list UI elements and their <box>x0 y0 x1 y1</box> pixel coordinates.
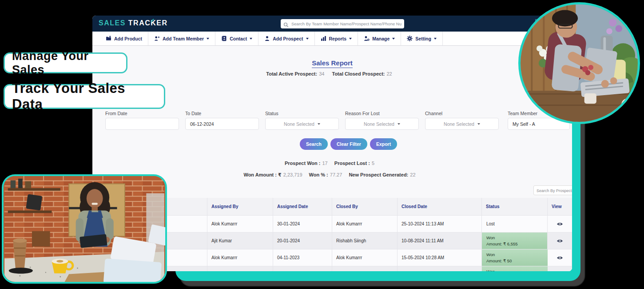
table-header-closed-date: Closed Date <box>398 198 482 216</box>
report-title-row: Sales Report <box>92 59 572 68</box>
cell-closed-date: 09-08-2024 06:52 PM <box>398 266 482 271</box>
cell-assigned-date: 04-11-2023 <box>273 249 332 266</box>
nav-label: Contact <box>230 36 247 41</box>
prospect-lost-value: 5 <box>372 161 374 166</box>
view-row-button[interactable] <box>548 233 572 249</box>
global-search <box>281 19 404 28</box>
view-row-button[interactable] <box>548 216 572 233</box>
prospect-search-input[interactable] <box>534 186 572 195</box>
gear-icon <box>407 36 413 41</box>
callout-track-your-sales-data: Track Your Sales Data <box>4 84 165 109</box>
total-active-label: Total Active Prospect: <box>266 71 317 76</box>
team-member-value: My Self - A <box>513 121 535 127</box>
cell-closed-date: 10-08-2024 11:11 AM <box>398 233 482 249</box>
main-navbar: Add Product Add Team Member Contact Add … <box>92 32 572 46</box>
filter-buttons: Search Clear Filter Export <box>300 138 397 150</box>
cell-status: WonAmount: ₹ 50 <box>482 249 548 266</box>
reason-value: None Selected <box>364 121 394 127</box>
prospect-won-value: 17 <box>322 161 327 166</box>
channel-dropdown[interactable]: None Selected <box>425 118 499 130</box>
table-header-view: View <box>548 198 572 216</box>
cell-assigned-date: 20-01-2024 <box>273 233 332 249</box>
view-row-button[interactable] <box>548 266 572 271</box>
prospect-won-label: Prospect Won : <box>285 161 320 166</box>
cell-closed-date: 15-05-2024 10:28 AM <box>398 249 482 266</box>
export-button[interactable]: Export <box>370 138 397 150</box>
table-header-assigned-by: Assigned By <box>207 198 273 216</box>
chevron-down-icon <box>207 38 209 40</box>
folder-plus-icon <box>106 36 111 41</box>
page: SALES TRACKER Premiu Sele Add Product <box>0 0 644 289</box>
nav-label: Add Team Member <box>163 36 204 41</box>
status-won-badge: WonAmount: ₹ 6,555 <box>482 233 547 249</box>
prospect-lost-label: Prospect Lost : <box>334 161 370 166</box>
contact-book-icon <box>221 36 227 41</box>
channel-value: None Selected <box>444 121 474 127</box>
total-closed-label: Total Closed Prospect: <box>332 71 385 76</box>
status-lost-text: Lost <box>482 221 495 226</box>
total-closed-value: 22 <box>386 71 392 76</box>
global-search-input[interactable] <box>290 19 402 28</box>
cell-assigned-date: 06-12-2023 <box>273 266 332 271</box>
status-won-badge: WonAmount: ₹ 50 <box>482 249 548 266</box>
cell-closed-by: Alok Kumarrr <box>332 266 398 271</box>
search-button[interactable]: Search <box>300 138 328 150</box>
filter-label-team-member: Team Member <box>508 111 537 116</box>
table-header-closed-by: Closed By <box>332 198 398 216</box>
status-dropdown[interactable]: None Selected <box>265 118 339 130</box>
status-won-text: Won <box>486 252 543 258</box>
reason-for-lost-dropdown[interactable]: None Selected <box>345 118 419 130</box>
chevron-down-icon <box>250 38 252 40</box>
nav-add-prospect[interactable]: Add Prospect <box>258 32 314 45</box>
nav-label: Manage <box>372 36 390 41</box>
won-lost-summary: Prospect Won :17 Prospect Lost :5 <box>92 161 572 166</box>
logo-tracker-word: TRACKER <box>128 19 168 27</box>
chevron-down-icon <box>477 123 480 125</box>
cell-closed-by: Alok Kumarrr <box>332 249 398 266</box>
brand-logo: SALES TRACKER <box>99 19 168 27</box>
nav-setting[interactable]: Setting <box>401 32 443 45</box>
nav-add-team-member[interactable]: Add Team Member <box>148 32 215 45</box>
amount-summary: Won Amount : ₹2,23,719 Won % :77.27 New … <box>92 172 572 178</box>
won-percent-value: 77.27 <box>330 172 342 177</box>
search-icon <box>283 21 289 29</box>
filter-label-status: Status <box>265 111 278 116</box>
filter-label-reason: Reason For Lost <box>345 111 380 116</box>
cell-assigned-date: 30-01-2024 <box>273 216 332 233</box>
filter-label-channel: Channel <box>425 111 442 116</box>
logo-sales-text: SALES <box>99 19 126 27</box>
nav-contact[interactable]: Contact <box>215 32 258 45</box>
barista-photo-illustration <box>4 176 165 282</box>
from-date-field[interactable] <box>105 118 179 130</box>
logo-tracker-text: TRACKER <box>128 19 168 27</box>
bar-chart-icon <box>321 36 326 41</box>
to-date-value: 06-12-2024 <box>190 121 214 127</box>
won-amount-label: Won Amount : ₹ <box>243 172 281 177</box>
florist-photo <box>518 2 640 124</box>
chevron-down-icon <box>434 38 437 40</box>
nav-add-product[interactable]: Add Product <box>99 32 148 45</box>
clear-filter-button[interactable]: Clear Filter <box>330 138 367 150</box>
nav-label: Setting <box>415 36 431 41</box>
cell-status: Lost <box>482 216 548 233</box>
nav-reports[interactable]: Reports <box>315 32 358 45</box>
page-title: Sales Report <box>312 59 353 68</box>
table-header-assigned-date: Assigned Date <box>273 198 332 216</box>
callout-text: Track Your Sales Data <box>12 80 157 112</box>
chevron-down-icon <box>398 123 400 125</box>
cell-closed-by: Alok Kumarrr <box>332 216 398 233</box>
nav-manage[interactable]: Manage <box>358 32 401 45</box>
eye-icon <box>557 222 563 226</box>
callout-text: Manage Your Sales <box>12 49 119 77</box>
status-won-badge: WonAmount: ₹ 45,500 <box>482 266 548 271</box>
to-date-field[interactable]: 06-12-2024 <box>185 118 259 130</box>
person-plus-icon <box>154 36 160 41</box>
status-value: None Selected <box>284 121 314 127</box>
callout-manage-your-sales: Manage Your Sales <box>4 52 127 73</box>
cell-assigned-by: Alok Kumarrr <box>207 249 273 266</box>
new-prospect-value: 22 <box>410 172 415 177</box>
chevron-down-icon <box>392 38 395 40</box>
app-header: SALES TRACKER Premiu Sele <box>92 16 572 32</box>
eye-icon <box>557 239 563 243</box>
view-row-button[interactable] <box>548 249 572 266</box>
